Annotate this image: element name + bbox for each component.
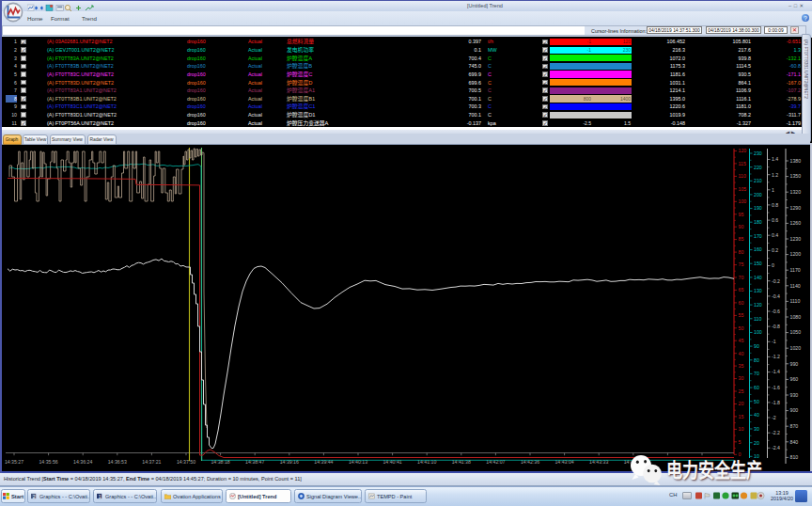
svg-text:120: 120 <box>754 302 762 308</box>
svg-text:30: 30 <box>739 375 744 381</box>
svg-text:20: 20 <box>754 440 759 446</box>
svg-text:900: 900 <box>790 407 799 413</box>
svg-text:-1.4: -1.4 <box>772 369 780 374</box>
svg-text:130: 130 <box>754 288 762 293</box>
svg-text:990: 990 <box>790 361 799 367</box>
svg-text:180: 180 <box>754 219 762 225</box>
svg-text:160: 160 <box>754 246 762 252</box>
svg-text:150: 150 <box>754 261 762 266</box>
svg-text:20: 20 <box>739 401 744 406</box>
svg-text:1170: 1170 <box>790 267 801 273</box>
svg-text:0.2: 0.2 <box>772 247 778 253</box>
svg-text:1260: 1260 <box>790 220 802 226</box>
svg-text:5: 5 <box>739 439 742 445</box>
svg-text:1: 1 <box>772 187 774 193</box>
svg-text:1110: 1110 <box>790 298 801 304</box>
svg-text:14:37:21: 14:37:21 <box>142 459 161 465</box>
svg-text:10: 10 <box>754 453 759 459</box>
svg-text:80: 80 <box>739 249 744 255</box>
svg-text:14:40:13: 14:40:13 <box>349 459 367 465</box>
svg-text:65: 65 <box>739 287 744 293</box>
svg-text:85: 85 <box>739 236 744 242</box>
svg-text:15: 15 <box>739 414 744 419</box>
svg-text:14:38:47: 14:38:47 <box>245 459 264 465</box>
svg-text:810: 810 <box>790 454 799 460</box>
svg-text:1350: 1350 <box>790 173 802 179</box>
svg-text:-1.2: -1.2 <box>772 354 780 359</box>
svg-text:25: 25 <box>739 388 744 394</box>
svg-text:0: 0 <box>739 451 742 457</box>
svg-text:14:36:53: 14:36:53 <box>108 459 127 465</box>
svg-text:170: 170 <box>754 233 762 239</box>
svg-text:110: 110 <box>739 173 746 179</box>
svg-text:14:40:41: 14:40:41 <box>383 459 401 465</box>
svg-text:120: 120 <box>739 148 747 153</box>
svg-text:35: 35 <box>739 363 744 369</box>
svg-text:115: 115 <box>739 161 746 166</box>
svg-text:1.2: 1.2 <box>772 172 778 178</box>
svg-text:80: 80 <box>754 357 759 363</box>
svg-text:14:39:44: 14:39:44 <box>314 459 333 465</box>
svg-text:1140: 1140 <box>790 283 801 289</box>
svg-text:55: 55 <box>739 312 744 318</box>
svg-text:45: 45 <box>739 338 744 343</box>
svg-text:75: 75 <box>739 261 744 267</box>
svg-text:1230: 1230 <box>790 236 802 242</box>
svg-text:70: 70 <box>739 275 744 280</box>
svg-text:930: 930 <box>790 392 799 398</box>
svg-text:1200: 1200 <box>790 251 802 257</box>
svg-text:50: 50 <box>739 325 744 331</box>
svg-text:-0.8: -0.8 <box>772 324 780 329</box>
svg-text:1.4: 1.4 <box>772 156 778 162</box>
svg-text:140: 140 <box>754 275 762 280</box>
svg-text:30: 30 <box>754 426 759 432</box>
svg-text:60: 60 <box>739 300 744 306</box>
svg-text:1290: 1290 <box>790 205 802 211</box>
svg-text:-0.6: -0.6 <box>772 308 780 314</box>
svg-text:210: 210 <box>754 178 762 183</box>
svg-text:14:37:50: 14:37:50 <box>177 459 195 465</box>
svg-text:14:41:10: 14:41:10 <box>417 459 436 465</box>
svg-text:-0.2: -0.2 <box>772 278 780 284</box>
svg-text:14:35:27: 14:35:27 <box>5 459 23 465</box>
svg-text:14:42:07: 14:42:07 <box>486 459 505 465</box>
svg-text:-2: -2 <box>772 415 776 420</box>
svg-text:-2.2: -2.2 <box>772 430 780 435</box>
svg-text:0.8: 0.8 <box>772 202 778 208</box>
svg-text:105: 105 <box>739 186 747 192</box>
svg-text:190: 190 <box>754 205 762 211</box>
svg-text:10: 10 <box>739 426 744 432</box>
svg-text:14:35:56: 14:35:56 <box>39 459 57 465</box>
svg-text:40: 40 <box>754 412 759 418</box>
svg-text:14:42:36: 14:42:36 <box>521 459 539 465</box>
svg-text:230: 230 <box>754 150 762 156</box>
svg-text:1380: 1380 <box>790 158 802 164</box>
svg-text:870: 870 <box>790 423 799 429</box>
svg-text:840: 840 <box>790 439 799 445</box>
svg-text:1320: 1320 <box>790 189 802 195</box>
svg-text:14:43:04: 14:43:04 <box>554 459 573 465</box>
svg-text:200: 200 <box>754 192 762 198</box>
svg-text:50: 50 <box>754 399 759 404</box>
svg-text:14:36:24: 14:36:24 <box>73 459 92 465</box>
svg-text:90: 90 <box>754 343 759 349</box>
svg-text:14:43:33: 14:43:33 <box>589 459 608 465</box>
svg-text:110: 110 <box>754 316 761 322</box>
svg-text:70: 70 <box>754 371 759 376</box>
svg-text:-0.4: -0.4 <box>772 293 780 299</box>
svg-text:1080: 1080 <box>790 314 802 320</box>
svg-text:0.4: 0.4 <box>772 232 778 238</box>
svg-text:14:39:16: 14:39:16 <box>280 459 299 465</box>
svg-text:220: 220 <box>754 165 762 170</box>
svg-text:14:41:38: 14:41:38 <box>452 459 471 465</box>
svg-text:960: 960 <box>790 376 799 382</box>
svg-text:-1: -1 <box>772 339 776 344</box>
svg-text:100: 100 <box>739 198 747 204</box>
svg-text:-1.8: -1.8 <box>772 400 780 405</box>
svg-text:-2.4: -2.4 <box>772 445 780 451</box>
svg-text:90: 90 <box>739 224 744 229</box>
svg-text:100: 100 <box>754 329 762 335</box>
svg-text:1020: 1020 <box>790 345 802 351</box>
svg-text:95: 95 <box>739 212 744 217</box>
svg-text:0.6: 0.6 <box>772 217 778 223</box>
